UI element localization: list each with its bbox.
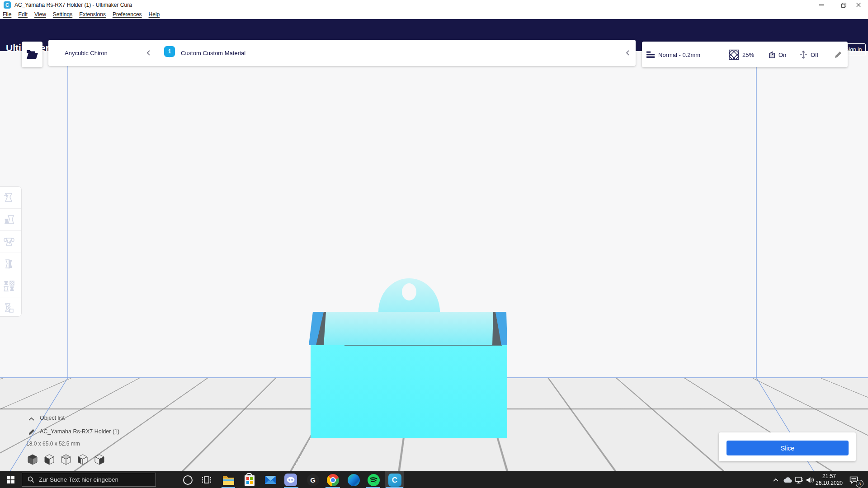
taskbar-search-input[interactable]: Zur Suche Text hier eingeben — [22, 473, 156, 487]
rotate-tool-button[interactable] — [0, 231, 21, 253]
menubar: File Edit View Settings Extensions Prefe… — [0, 10, 868, 19]
material-name[interactable]: Custom Custom Material — [181, 50, 245, 56]
material-extruder-icon[interactable]: 1 — [164, 46, 175, 57]
support-value: On — [778, 51, 786, 58]
layer-height-icon — [646, 51, 655, 58]
action-panel: Slice — [719, 432, 856, 461]
search-placeholder-text: Zur Suche Text hier eingeben — [39, 476, 118, 483]
cura-window: C AC_Yamaha Rs-RX7 Holder (1) - Ultimake… — [0, 0, 868, 488]
cortana-icon[interactable] — [180, 473, 195, 487]
per-model-settings-button[interactable] — [0, 275, 21, 297]
menu-file[interactable]: File — [3, 11, 11, 18]
model-dimensions: 18.0 x 65.0 x 52.5 mm — [26, 441, 80, 447]
scale-tool-button[interactable] — [0, 209, 21, 231]
slice-button[interactable]: Slice — [726, 441, 849, 455]
print-settings-panel[interactable]: Normal - 0.2mm 25% On Off — [642, 42, 848, 67]
menu-settings[interactable]: Settings — [53, 11, 72, 18]
rename-model-pencil-icon[interactable] — [28, 428, 35, 436]
adhesion-icon — [799, 50, 807, 59]
object-list-collapse-caret-icon[interactable] — [28, 417, 35, 421]
menu-edit[interactable]: Edit — [18, 11, 28, 18]
file-explorer-icon[interactable] — [221, 473, 236, 487]
printer-name[interactable]: Anycubic Chiron — [65, 50, 108, 56]
menu-extensions[interactable]: Extensions — [79, 11, 106, 18]
panel-divider — [158, 43, 158, 62]
view-right-button[interactable] — [93, 453, 106, 466]
minimize-button[interactable] — [812, 0, 831, 10]
task-view-icon[interactable] — [199, 473, 214, 487]
model-list-item[interactable]: AC_Yamaha Rs-RX7 Holder (1) — [40, 428, 119, 435]
printer-material-panel: Anycubic Chiron 1 Custom Custom Material — [48, 40, 636, 66]
restore-icon — [841, 3, 846, 8]
mirror-tool-button[interactable] — [0, 253, 21, 275]
logitech-g-icon[interactable]: G — [306, 473, 320, 487]
notification-badge: 3 — [856, 480, 863, 488]
edit-settings-pencil-icon[interactable] — [834, 51, 842, 59]
menu-view[interactable]: View — [34, 11, 46, 18]
store-bag — [245, 475, 255, 486]
scene-tools-panel — [0, 186, 22, 317]
open-folder-icon — [26, 50, 38, 59]
store-icon[interactable] — [242, 473, 257, 487]
infill-value: 25% — [742, 51, 754, 58]
adhesion-value: Off — [811, 51, 818, 58]
cura-taskbar-icon[interactable]: C — [387, 473, 402, 487]
printer-collapse-chevron-icon[interactable] — [146, 50, 151, 56]
view-preset-buttons — [26, 453, 106, 466]
profile-value: Normal - 0.2mm — [658, 51, 700, 58]
object-list-label[interactable]: Object list — [40, 415, 65, 421]
start-button[interactable] — [0, 471, 22, 488]
view-top-button[interactable] — [60, 453, 72, 466]
view-left-button[interactable] — [76, 453, 89, 466]
windows-logo-icon — [7, 476, 14, 483]
chrome-icon[interactable] — [326, 473, 340, 487]
close-button[interactable] — [849, 0, 868, 10]
spotify-icon[interactable] — [366, 473, 381, 487]
open-file-button[interactable] — [22, 42, 42, 67]
discord-icon[interactable] — [283, 473, 298, 487]
support-icon — [768, 50, 777, 59]
mail-icon[interactable] — [263, 473, 278, 487]
titlebar[interactable]: C AC_Yamaha Rs-RX7 Holder (1) - Ultimake… — [0, 0, 868, 10]
taskbar-clock[interactable]: 21:57 26.10.2020 — [813, 473, 845, 487]
infill-icon — [729, 49, 739, 60]
cura-app-icon: C — [4, 1, 11, 9]
edge-icon[interactable] — [346, 473, 361, 487]
menu-preferences[interactable]: Preferences — [113, 11, 142, 18]
clock-date: 26.10.2020 — [813, 480, 845, 487]
search-icon — [28, 476, 34, 483]
view-front-button[interactable] — [43, 453, 56, 466]
close-icon — [856, 3, 861, 7]
view-3d-button[interactable] — [26, 453, 39, 466]
material-collapse-chevron-icon[interactable] — [625, 50, 630, 56]
move-tool-button[interactable] — [0, 187, 21, 209]
menu-help[interactable]: Help — [149, 11, 160, 18]
clock-time: 21:57 — [813, 473, 845, 480]
window-title: AC_Yamaha Rs-RX7 Holder (1) - Ultimaker … — [14, 2, 132, 8]
support-blocker-button[interactable] — [0, 297, 21, 319]
